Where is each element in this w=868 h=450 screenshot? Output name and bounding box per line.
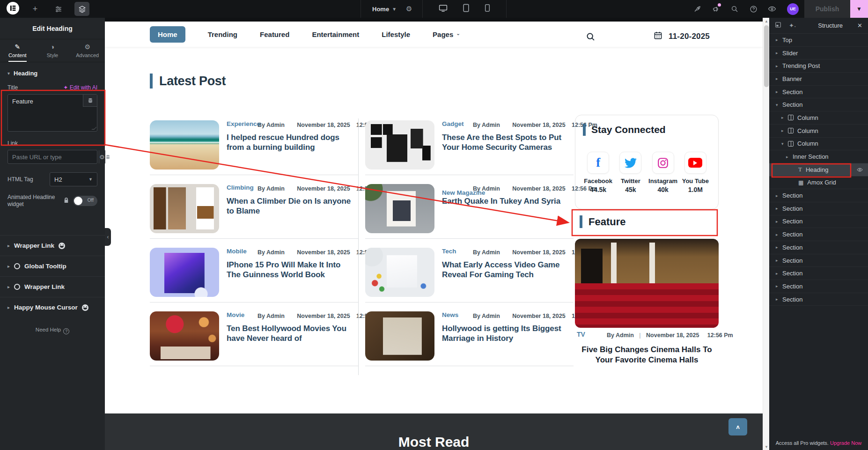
navigator-icon[interactable] <box>775 22 781 30</box>
publish-options-chevron[interactable]: ▼ <box>850 0 868 18</box>
social-icon-box[interactable]: f <box>684 152 706 174</box>
post-item[interactable]: News By Admin November 18, 2025 12:56 Pm… <box>365 302 574 366</box>
post-author[interactable]: By Admin <box>257 249 285 256</box>
caret-icon[interactable] <box>776 271 782 276</box>
caret-icon[interactable] <box>776 103 782 107</box>
desktop-mode-icon[interactable] <box>439 4 448 14</box>
caret-icon[interactable] <box>776 193 782 198</box>
structure-item[interactable]: T ▦ Slider <box>769 47 868 60</box>
structure-item[interactable]: T ▦ Heading <box>769 163 868 177</box>
post-item[interactable]: Climbing By Admin November 18, 2025 12:5… <box>150 175 358 239</box>
feature-heading-widget[interactable]: Feature <box>580 215 625 228</box>
panel-tab[interactable]: ✎ Content <box>0 39 35 62</box>
scrollbar-down-arrow[interactable]: ▼ <box>763 443 769 450</box>
finder-search-icon[interactable] <box>725 0 744 18</box>
panel-accordion-item[interactable]: ▸ Happy Mouse Cursor <box>0 297 105 317</box>
nav-item[interactable]: Featured <box>260 30 289 38</box>
panel-collapse-handle[interactable]: ‹ <box>105 228 111 246</box>
post-thumbnail[interactable] <box>365 120 434 170</box>
add-element-icon[interactable]: + <box>28 2 43 16</box>
post-category[interactable]: Gadget <box>442 120 464 127</box>
post-item[interactable]: Gadget By Admin November 18, 2025 12:56 … <box>365 111 574 175</box>
structure-item[interactable]: T ▦ Column <box>769 111 868 125</box>
caret-icon[interactable] <box>786 155 793 159</box>
site-search-icon[interactable] <box>586 32 596 44</box>
structure-item[interactable]: T ▦ Section <box>769 215 868 229</box>
canvas-scrollbar[interactable]: ▲ ▼ <box>763 18 769 450</box>
caret-icon[interactable] <box>776 51 782 55</box>
caret-icon[interactable] <box>776 76 782 81</box>
title-textarea[interactable]: Feature <box>7 94 97 132</box>
tv-post-title[interactable]: Five Big Changes Cinema Halls To Your Fa… <box>575 345 719 365</box>
post-item[interactable]: New Magazine By Admin November 18, 2025 … <box>365 175 574 239</box>
structure-item[interactable]: T ▦ Column <box>769 125 868 138</box>
post-author[interactable]: By Admin <box>257 313 285 319</box>
social-item[interactable]: f Facebook 44.5k <box>582 152 614 193</box>
tv-post-thumbnail[interactable] <box>575 239 719 328</box>
caret-icon[interactable] <box>776 89 782 94</box>
caret-icon[interactable] <box>781 115 788 120</box>
document-switcher[interactable]: Home <box>372 6 389 13</box>
nav-item[interactable]: Trending <box>208 30 237 38</box>
post-category[interactable]: New Magazine <box>442 189 485 196</box>
post-item[interactable]: Movie By Admin November 18, 2025 12:56 P… <box>150 302 358 366</box>
post-thumbnail[interactable] <box>150 120 219 170</box>
panel-accordion-item[interactable]: ▸ Wrapper Link <box>0 276 105 297</box>
post-title[interactable]: These Are the Best Spots to Put Your Hom… <box>442 133 569 152</box>
nav-item[interactable]: Pages <box>433 30 453 38</box>
structure-item[interactable]: T ▦ Column <box>769 138 868 151</box>
ai-sparkle-icon[interactable]: ✦˖ <box>789 22 796 29</box>
post-thumbnail[interactable] <box>365 311 434 361</box>
post-title[interactable]: IPhone 15 Pro Will Make It Into The Guin… <box>227 260 354 280</box>
html-tag-select[interactable]: H2 ▼ <box>50 172 97 186</box>
post-author[interactable]: By Admin <box>607 332 634 339</box>
whats-new-megaphone-icon[interactable] <box>706 0 725 18</box>
nav-item[interactable]: Lifestyle <box>382 30 410 38</box>
post-author[interactable]: By Admin <box>257 122 285 128</box>
edit-with-ai-button[interactable]: ✦ Edit with AI <box>63 84 97 91</box>
post-category[interactable]: Experience <box>227 120 260 127</box>
elementor-logo[interactable] <box>7 2 19 16</box>
structure-item[interactable]: T ▦ Section <box>769 254 868 267</box>
settings-sliders-icon[interactable] <box>51 2 66 16</box>
structure-item[interactable]: T ▦ Trending Post <box>769 59 868 73</box>
structure-item[interactable]: T ▦ Section <box>769 86 868 99</box>
structure-item[interactable]: T ▦ Top <box>769 34 868 47</box>
post-thumbnail[interactable] <box>150 248 219 297</box>
checklist-rocket-icon[interactable] <box>688 0 706 18</box>
structure-item[interactable]: T ▦ Inner Section <box>769 150 868 163</box>
post-category[interactable]: News <box>442 311 458 318</box>
link-options-gear-icon[interactable]: ⚙ <box>99 150 105 163</box>
animated-headline-toggle[interactable]: Off <box>73 196 97 206</box>
caret-icon[interactable] <box>776 297 782 302</box>
post-category[interactable]: Tech <box>442 248 456 255</box>
structure-item[interactable]: T ▦ Section <box>769 189 868 202</box>
caret-icon[interactable] <box>776 219 782 224</box>
structure-item[interactable]: T ▦ Section <box>769 98 868 111</box>
structure-item[interactable]: T ▦ Section <box>769 202 868 215</box>
scrollbar-up-arrow[interactable]: ▲ <box>763 18 769 24</box>
mobile-mode-icon[interactable] <box>485 4 490 14</box>
post-title[interactable]: Earth Quake In Tukey And Syria <box>442 196 569 206</box>
post-thumbnail[interactable] <box>365 248 434 297</box>
caret-icon[interactable] <box>781 128 788 133</box>
caret-icon[interactable] <box>781 141 788 146</box>
post-item[interactable]: Mobile By Admin November 18, 2025 12:56 … <box>150 239 358 302</box>
social-item[interactable]: f You Tube 1.0M <box>679 152 712 193</box>
structure-layers-icon[interactable] <box>74 2 89 16</box>
post-title[interactable]: What Early Access Video Game Reveal For … <box>442 260 569 280</box>
chevron-down-icon[interactable]: ▼ <box>392 7 397 12</box>
post-category[interactable]: Mobile <box>227 248 247 255</box>
caret-icon[interactable] <box>776 64 782 68</box>
eye-icon[interactable] <box>856 167 863 174</box>
post-title[interactable]: Ten Best Hollywood Movies You have Never… <box>227 324 354 343</box>
social-icon-box[interactable]: f <box>652 152 674 174</box>
close-icon[interactable]: ✕ <box>857 22 862 29</box>
nav-item[interactable]: Entertainment <box>312 30 359 38</box>
post-title[interactable]: Hollywood is getting Its Biggest Marriag… <box>442 324 569 343</box>
post-thumbnail[interactable] <box>150 311 219 361</box>
panel-tab[interactable]: ⚙ Advanced <box>70 39 105 62</box>
publish-button[interactable]: Publish <box>804 0 850 18</box>
structure-item[interactable]: T ▦ Section <box>769 241 868 254</box>
panel-accordion-item[interactable]: ▸ Global Tooltip <box>0 256 105 276</box>
